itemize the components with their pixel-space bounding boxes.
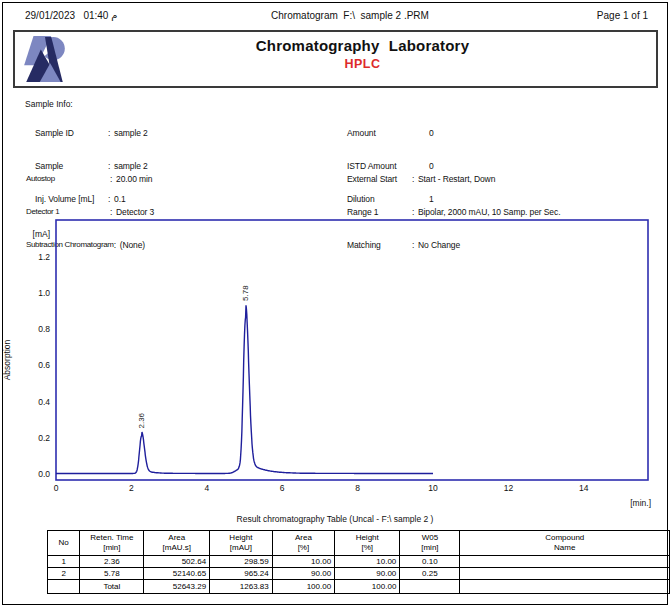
y-tick-label: 0.8 [38, 324, 50, 334]
peak-row: 25.7852140.65965.2490.0090.000.25 [48, 568, 670, 580]
field-value: 20.00 min [116, 174, 152, 184]
y-tick-label: 0.6 [38, 360, 50, 370]
info-row: Sample ID:sample 2 [35, 128, 148, 141]
peak-row: 12.36502.64298.5910.0010.000.10 [48, 556, 670, 568]
result-cell: 5.78 [80, 568, 144, 580]
result-cell: 10.00 [272, 556, 334, 568]
x-axis-unit-label: [min.] [630, 498, 651, 508]
lab-logo-icon [22, 35, 68, 83]
report-page: 29/01/2023 01:40 م Chromatogram F:\ samp… [0, 0, 670, 607]
y-axis-title: Absorption [2, 339, 12, 380]
title-box: Chromatography Laboratory HPLC [13, 30, 658, 88]
x-tick-label: 0 [54, 483, 59, 493]
chromatogram-trace [56, 305, 433, 473]
result-cell [400, 580, 460, 594]
y-axis-unit-label: [mA] [33, 229, 50, 239]
x-tick-label: 2 [129, 483, 134, 493]
field-label: Amount [347, 128, 423, 138]
field-value: 0 [429, 128, 434, 138]
result-table: NoReten. Time[min]Area[mAU.s]Height[mAU]… [47, 530, 670, 594]
x-tick-label: 14 [579, 483, 589, 493]
result-cell: 0.25 [400, 568, 460, 580]
result-cell: 1263.83 [210, 580, 273, 594]
y-tick-label: 0.4 [38, 397, 50, 407]
column-header: Height[mAU] [210, 531, 273, 556]
field-value: sample 2 [114, 128, 148, 138]
info-row: Autostop:20.00 min [26, 174, 154, 187]
result-cell: 90.00 [335, 568, 400, 580]
result-cell [460, 568, 670, 580]
field-label: Sample ID [35, 128, 108, 138]
header-document-path: Chromatogram F:\ sample 2 .PRM [200, 10, 500, 21]
result-cell: 10.00 [335, 556, 400, 568]
x-tick-label: 12 [504, 483, 514, 493]
peak-retention-label: 5.78 [241, 285, 250, 301]
result-cell [460, 580, 670, 594]
header-datetime: 29/01/2023 01:40 م [25, 10, 117, 21]
result-cell [48, 580, 80, 594]
column-header: Reten. Time[min] [80, 531, 144, 556]
field-value: Start - Restart, Down [418, 174, 495, 184]
result-cell: 52140.65 [144, 568, 210, 580]
lab-title: Chromatography Laboratory [77, 37, 648, 54]
result-cell: 100.00 [335, 580, 400, 594]
field-label: Autostop [26, 174, 110, 183]
result-cell: 1 [48, 556, 80, 568]
y-tick-label: 1.0 [38, 288, 50, 298]
result-cell: 298.59 [210, 556, 273, 568]
column-header: No [48, 531, 80, 556]
column-header: Area[%] [272, 531, 334, 556]
x-tick-label: 10 [428, 483, 438, 493]
x-tick-label: 6 [280, 483, 285, 493]
y-tick-label: 0.0 [38, 469, 50, 479]
header-page-number: Page 1 of 1 [597, 10, 648, 21]
result-cell: 52643.29 [144, 580, 210, 594]
method-title: HPLC [77, 57, 648, 71]
result-cell [460, 556, 670, 568]
result-cell: 502.64 [144, 556, 210, 568]
y-tick-label: 0.2 [38, 433, 50, 443]
field-label: External Start [347, 174, 412, 184]
result-cell: 100.00 [272, 580, 334, 594]
info-row: Amount0 [347, 128, 434, 141]
result-cell: 2 [48, 568, 80, 580]
chromatogram-chart: 0.00.20.40.60.81.01.202468101214[mA][min… [0, 210, 670, 512]
x-tick-label: 8 [355, 483, 360, 493]
result-cell: Total [80, 580, 144, 594]
column-header: CompoundName [460, 531, 670, 556]
peak-retention-label: 2.36 [137, 412, 146, 428]
column-header: Height[%] [335, 531, 400, 556]
info-row: External Start:Start - Restart, Down [347, 174, 560, 187]
result-table-title: Result chromatography Table (Uncal - F:\… [0, 514, 670, 524]
total-row: Total52643.291263.83100.00100.00 [48, 580, 670, 594]
result-cell: 0.10 [400, 556, 460, 568]
plot-frame [56, 220, 648, 480]
result-cell: 90.00 [272, 568, 334, 580]
y-tick-label: 1.2 [38, 252, 50, 262]
column-header: W05[min] [400, 531, 460, 556]
column-header: Area[mAU.s] [144, 531, 210, 556]
x-tick-label: 4 [204, 483, 209, 493]
result-cell: 2.36 [80, 556, 144, 568]
result-cell: 965.24 [210, 568, 273, 580]
